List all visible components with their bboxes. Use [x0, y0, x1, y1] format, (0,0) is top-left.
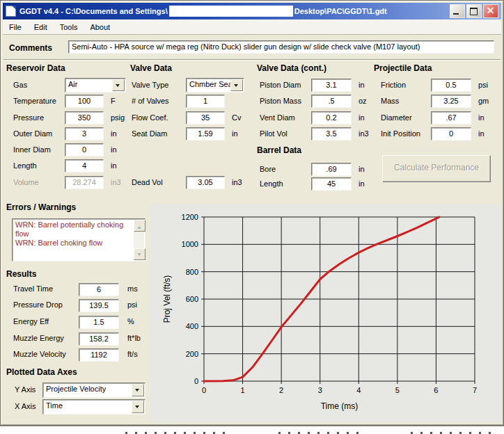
barrel-length-input[interactable]	[311, 177, 352, 191]
temperature-label: Temperature	[13, 97, 56, 105]
reservoir-length-unit: in	[111, 161, 117, 170]
valve-type-dropdown[interactable]: Chmber Seal	[186, 78, 244, 93]
x-axis-dropdown[interactable]: Time	[42, 399, 145, 415]
close-button[interactable]	[483, 4, 498, 18]
x-tick-label: 0	[202, 386, 206, 394]
background-window-strip	[0, 426, 504, 434]
dead-vol-label: Dead Vol	[132, 178, 163, 186]
dead-vol-input[interactable]	[186, 176, 225, 189]
y-tick-label: 1200	[182, 213, 198, 221]
piston-mass-label: Piston Mass	[260, 97, 301, 105]
energy-eff-label: Energy Eff	[13, 317, 49, 326]
gas-label: Gas	[13, 81, 27, 89]
chevron-down-icon	[135, 389, 139, 394]
projectile-section-title: Projectile Data	[374, 63, 432, 73]
num-valves-input[interactable]	[186, 95, 225, 108]
inner-diam-input[interactable]	[65, 143, 104, 156]
y-axis-dropdown[interactable]: Projectile Velocity	[42, 383, 145, 398]
muzzle-velocity-input[interactable]	[79, 348, 119, 362]
scroll-down-button[interactable]	[134, 248, 145, 260]
menu-file[interactable]: File	[3, 21, 28, 33]
pilot-vol-input[interactable]	[311, 127, 352, 140]
x-tick-label: 7	[473, 386, 477, 394]
velocity-time-chart: 01234567020040060080010001200Time (ms)Pr…	[150, 204, 501, 422]
valve-type-label: Valve Type	[132, 81, 168, 89]
vent-diam-unit: in	[359, 113, 365, 122]
init-position-label: Init Position	[381, 129, 420, 138]
y-tick-label: 400	[186, 322, 198, 330]
pressure-label: Pressure	[13, 113, 44, 122]
errors-section-title: Errors / Warnings	[6, 202, 76, 212]
energy-eff-input[interactable]	[79, 316, 119, 329]
y-axis-title: Proj Vel (ft/s)	[162, 275, 172, 323]
mass-input[interactable]	[431, 95, 471, 108]
vent-diam-label: Vent Diam	[260, 113, 295, 122]
barrel-section-title: Barrel Data	[257, 145, 301, 155]
dead-vol-unit: in3	[232, 178, 242, 186]
travel-time-input[interactable]	[79, 283, 119, 296]
errors-warnings-box[interactable]: WRN: Barrel potentially choking flow WRN…	[12, 218, 145, 262]
warning-line: WRN: Barrel choking flow	[15, 239, 132, 248]
volume-unit: in3	[111, 178, 121, 186]
barrel-length-label: Length	[260, 179, 283, 188]
y-tick-label: 0	[194, 377, 198, 385]
comments-input[interactable]	[68, 40, 494, 54]
arrow-up-icon	[137, 224, 141, 229]
mass-label: Mass	[381, 97, 399, 105]
warning-line: WRN: Barrel potentially choking flow	[15, 220, 132, 239]
muzzle-energy-input[interactable]	[79, 332, 119, 346]
x-tick-label: 6	[434, 386, 438, 394]
velocity-chart-panel: 01234567020040060080010001200Time (ms)Pr…	[150, 204, 501, 422]
energy-eff-unit: %	[127, 317, 134, 326]
minimize-button[interactable]	[450, 4, 465, 18]
x-tick-label: 1	[241, 386, 245, 394]
temperature-input[interactable]	[65, 95, 104, 108]
init-position-input[interactable]	[431, 127, 471, 140]
pressure-drop-input[interactable]	[79, 299, 119, 312]
gas-dropdown[interactable]: Air	[65, 78, 126, 93]
x-tick-label: 4	[356, 386, 361, 394]
maximize-button[interactable]	[466, 4, 482, 18]
vent-diam-input[interactable]	[311, 111, 352, 124]
diameter-input[interactable]	[431, 111, 471, 124]
maximize-icon	[470, 8, 478, 15]
scroll-up-button[interactable]	[134, 220, 145, 232]
reservoir-length-input[interactable]	[65, 159, 104, 172]
bore-input[interactable]	[311, 163, 352, 176]
friction-input[interactable]	[431, 79, 471, 92]
seat-diam-input[interactable]	[186, 127, 225, 140]
separator	[3, 59, 501, 61]
muzzle-energy-label: Muzzle Energy	[13, 334, 64, 342]
axes-section-title: Plotted Data Axes	[6, 367, 77, 377]
errors-scrollbar[interactable]	[134, 220, 144, 260]
chevron-down-icon	[234, 84, 238, 89]
reservoir-section-title: Reservoir Data	[6, 63, 65, 73]
valve-section-title: Valve Data	[130, 63, 172, 73]
piston-mass-unit: oz	[359, 97, 367, 105]
piston-diam-label: Piston Diam	[260, 81, 301, 89]
muzzle-velocity-label: Muzzle Velocity	[13, 350, 66, 358]
bore-unit: in	[359, 165, 365, 173]
inner-diam-label: Inner Diam	[13, 145, 51, 154]
menu-edit[interactable]: Edit	[28, 21, 54, 33]
muzzle-velocity-unit: ft/s	[127, 350, 138, 358]
outer-diam-unit: in	[111, 129, 117, 138]
menu-about[interactable]: About	[84, 21, 116, 33]
piston-mass-input[interactable]	[311, 95, 352, 108]
diameter-label: Diameter	[381, 113, 412, 122]
piston-diam-input[interactable]	[311, 79, 352, 92]
results-section-title: Results	[6, 269, 36, 279]
friction-unit: psi	[478, 81, 488, 89]
calculate-performance-button[interactable]: Calculate Performance	[382, 155, 491, 182]
outer-diam-input[interactable]	[65, 127, 104, 140]
chevron-down-icon	[135, 405, 139, 410]
flow-coef-unit: Cv	[232, 113, 241, 122]
x-tick-label: 2	[279, 386, 283, 394]
pressure-input[interactable]	[65, 111, 104, 124]
flow-coef-input[interactable]	[186, 111, 225, 124]
volume-label: Volume	[13, 178, 39, 186]
window-title-prefix: GGDT v4.4 - C:\Documents and Settings\	[19, 7, 168, 15]
app-icon[interactable]	[6, 6, 16, 17]
menu-tools[interactable]: Tools	[54, 21, 84, 33]
arrow-down-icon	[137, 253, 141, 258]
